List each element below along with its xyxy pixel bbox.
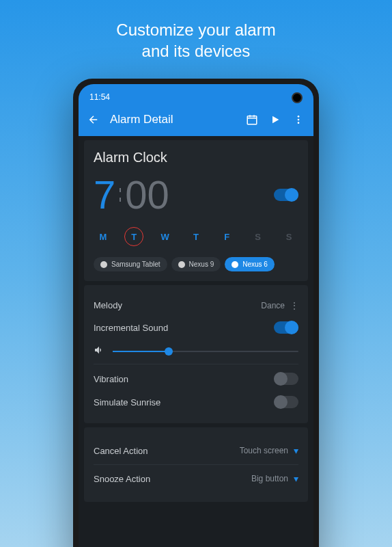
alarm-card: Alarm Clock 7 00 MTWTFSS Samsung TabletN… (84, 140, 308, 281)
incremental-label: Incremental Sound (94, 323, 168, 333)
device-chip-2[interactable]: Nexus 6 (225, 257, 275, 271)
device-dot-icon (178, 261, 185, 268)
svg-point-1 (298, 116, 300, 118)
snooze-action-row[interactable]: Snooze Action Big button ▾ (94, 465, 298, 492)
svg-point-2 (298, 119, 300, 121)
vibration-row: Vibration (94, 367, 298, 390)
svg-point-3 (298, 122, 300, 124)
melody-more-icon[interactable]: ⋮ (290, 301, 298, 310)
device-dot-icon (100, 261, 107, 268)
snooze-action-label: Snooze Action (94, 474, 150, 484)
cancel-action-row[interactable]: Cancel Action Touch screen ▾ (94, 437, 298, 465)
incremental-toggle[interactable] (274, 321, 298, 334)
alarm-title: Alarm Clock (94, 150, 298, 165)
melody-label: Melody (94, 300, 122, 310)
alarm-time[interactable]: 7 00 (94, 175, 169, 215)
back-button[interactable] (87, 113, 100, 126)
promo-heading: Customize your alarm and its devices (0, 0, 392, 62)
device-label: Nexus 6 (242, 261, 268, 268)
sunrise-row: Simulate Sunrise (94, 390, 298, 414)
svg-rect-0 (247, 116, 257, 124)
sunrise-label: Simulate Sunrise (94, 397, 160, 408)
alarm-hour: 7 (94, 175, 115, 215)
phone-screen: 11:54 Alarm Detail Alarm Clock 7 (79, 84, 313, 547)
device-dot-icon (232, 261, 238, 268)
dropdown-icon: ▾ (294, 445, 298, 456)
camera-hole (292, 92, 303, 103)
page-title: Alarm Detail (110, 113, 236, 126)
vibration-toggle[interactable] (274, 373, 298, 385)
device-label: Samsung Tablet (111, 261, 160, 268)
dropdown-icon: ▾ (294, 473, 298, 484)
volume-slider[interactable] (113, 351, 298, 352)
cancel-action-label: Cancel Action (94, 446, 148, 456)
devices-row: Samsung TabletNexus 9Nexus 6 (94, 257, 298, 271)
day-4[interactable]: F (217, 227, 236, 246)
content-area: Alarm Clock 7 00 MTWTFSS Samsung TabletN… (79, 140, 313, 502)
device-label: Nexus 9 (189, 261, 214, 268)
status-time: 11:54 (89, 92, 110, 102)
slider-thumb[interactable] (165, 347, 173, 356)
sound-card: Melody Dance ⋮ Incremental Sound (84, 285, 308, 423)
calendar-icon[interactable] (245, 113, 259, 126)
app-bar: Alarm Detail (79, 106, 313, 136)
day-0[interactable]: M (94, 227, 113, 246)
melody-row[interactable]: Melody Dance ⋮ (94, 295, 298, 316)
snooze-action-value: Big button (251, 474, 288, 483)
days-row: MTWTFSS (94, 227, 298, 246)
device-chip-1[interactable]: Nexus 9 (171, 257, 221, 271)
incremental-row: Incremental Sound (94, 316, 298, 339)
time-separator (115, 188, 125, 202)
device-chip-0[interactable]: Samsung Tablet (94, 257, 167, 271)
status-bar: 11:54 (79, 84, 313, 106)
sunrise-toggle[interactable] (274, 396, 298, 408)
alarm-enable-toggle[interactable] (274, 189, 298, 201)
cancel-action-value: Touch screen (240, 446, 288, 455)
alarm-minutes: 00 (125, 175, 169, 215)
volume-row (94, 339, 298, 361)
more-icon[interactable] (292, 113, 305, 126)
volume-icon (94, 345, 104, 358)
phone-frame: 11:54 Alarm Detail Alarm Clock 7 (73, 79, 319, 547)
actions-card: Cancel Action Touch screen ▾ Snooze Acti… (84, 427, 308, 502)
time-row: 7 00 (94, 175, 298, 215)
melody-value: Dance (261, 301, 285, 310)
day-6[interactable]: S (279, 227, 298, 246)
day-1[interactable]: T (124, 227, 143, 246)
day-2[interactable]: W (156, 227, 175, 246)
play-icon[interactable] (268, 113, 282, 126)
vibration-label: Vibration (94, 374, 128, 384)
day-5[interactable]: S (249, 227, 268, 246)
day-3[interactable]: T (186, 227, 206, 246)
